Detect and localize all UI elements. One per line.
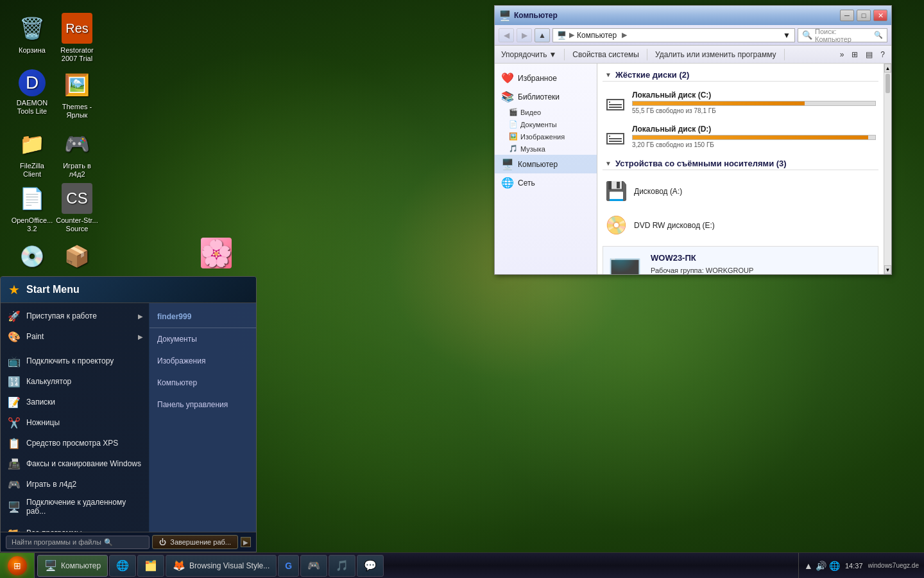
sidebar-images[interactable]: 🖼️ Изображения (495, 130, 597, 143)
address-dropdown-icon[interactable]: ▼ (783, 31, 791, 40)
sm-item-scissors[interactable]: ✂️ Ножницы (1, 412, 150, 433)
scrollbar[interactable]: ▲ ▼ (884, 64, 891, 274)
sidebar-documents[interactable]: 📄 Документы (495, 118, 597, 130)
sm-item-fax[interactable]: 📠 Факсы и сканирование Windows (1, 453, 150, 474)
search-icon: 🔍 (802, 30, 812, 40)
more-options-button[interactable]: » (837, 49, 847, 60)
toolbar-separator (564, 49, 565, 60)
desktop-icon-restorator[interactable]: Res Restorator2007 Trial (51, 13, 103, 63)
desktop-icon-openoffice[interactable]: 📄 OpenOffice...3.2 (6, 183, 58, 233)
shutdown-arrow-button[interactable]: ▶ (241, 537, 251, 547)
scroll-thumb[interactable] (886, 74, 890, 93)
desktop-icon-themes[interactable]: 🖼️ Themes -Ярлык (51, 69, 103, 119)
tray-icon-up[interactable]: ▲ (804, 561, 813, 571)
tray-volume-icon[interactable]: 🔊 (816, 561, 826, 571)
maximize-button[interactable]: □ (857, 10, 871, 21)
back-button[interactable]: ◀ (499, 28, 514, 42)
uninstall-button[interactable]: Удалить или изменить программу (653, 49, 779, 60)
drive-c-bar-bg (632, 101, 876, 106)
scroll-up-button[interactable]: ▲ (884, 64, 891, 73)
clock[interactable]: 14:37 (845, 562, 863, 570)
desktop-icon-unknown[interactable]: 📦 (51, 241, 103, 274)
taskbar-item-browser[interactable]: 🦊 Browsing Visual Style... (166, 555, 277, 577)
search-bar[interactable]: 🔍 Поиск: Компьютер 🔍 (798, 28, 887, 42)
sm-item-work[interactable]: 🚀 Приступая к работе ▶ (1, 306, 150, 326)
desktop-icon-game[interactable]: 🎮 Играть вл4д2 (51, 128, 103, 179)
taskbar-item-google[interactable]: G (278, 555, 299, 577)
sidebar-network[interactable]: 🌐 Сеть (495, 173, 597, 192)
search-placeholder: Поиск: Компьютер (815, 28, 871, 43)
desktop-icon-counterstrike[interactable]: CS Counter-Str...Source (51, 183, 103, 233)
desktop-icon-daemon[interactable]: D DAEMONTools Lite (6, 69, 58, 116)
removable-section: ▼ Устройства со съёмными носителями (3) (603, 157, 878, 170)
scroll-down-button[interactable]: ▼ (884, 265, 891, 274)
tray-network-icon[interactable]: 🌐 (829, 561, 840, 571)
start-menu-title: Start Menu (26, 284, 80, 295)
start-orb[interactable]: ⊞ (8, 556, 27, 575)
start-menu-header: ★ Start Menu (1, 277, 256, 303)
up-button[interactable]: ▲ (535, 28, 550, 42)
desktop-icon-flower[interactable]: 🌸 (191, 238, 242, 271)
desktop-icon-disc[interactable]: 💿 (6, 241, 58, 274)
taskbar-item-chat[interactable]: 💬 (357, 555, 384, 577)
file-explorer-content: ▼ Жёсткие диски (2) 🖴 Локальный диск (C:… (597, 64, 884, 274)
desktop-icon-filezilla[interactable]: 📁 FileZillaClient (6, 128, 58, 179)
sidebar-computer[interactable]: 🖥️ Компьютер (495, 155, 597, 173)
help-button[interactable]: ? (878, 49, 887, 60)
view-toggle-button[interactable]: ⊞ (849, 49, 860, 60)
sm-item-paint[interactable]: 🎨 Paint ▶ (1, 326, 150, 347)
xps-icon: 📋 (7, 436, 21, 450)
sm-right-documents[interactable]: Документы (150, 331, 256, 347)
work-icon: 🚀 (7, 309, 21, 323)
sidebar-libraries[interactable]: 📚 Библиотеки (495, 87, 597, 106)
start-button[interactable]: ⊞ (0, 553, 35, 579)
forward-button[interactable]: ▶ (517, 28, 532, 42)
submenu-arrow-2: ▶ (138, 333, 143, 340)
taskbar-item-media[interactable]: 🎵 (329, 555, 355, 577)
close-button[interactable]: ✕ (873, 10, 887, 21)
start-menu: ★ Start Menu 🚀 Приступая к работе ▶ 🎨 Pa… (0, 276, 257, 552)
drive-d-icon: 🖴 (605, 125, 626, 148)
search-box[interactable]: Найти программы и файлы 🔍 (6, 536, 150, 549)
taskbar-item-steam[interactable]: 🎮 (300, 555, 327, 577)
organize-button[interactable]: Упорядочить ▼ (499, 49, 559, 60)
drive-a-item[interactable]: 💾 Дисковод (A:) (603, 175, 878, 207)
shutdown-icon: ⏻ (159, 538, 166, 546)
taskbar-item-ie[interactable]: 🌐 (109, 555, 136, 577)
desktop-icon-trash[interactable]: 🗑️ Корзина (6, 13, 58, 55)
sm-right-controlpanel[interactable]: Панель управления (150, 396, 256, 413)
sidebar-favorites[interactable]: ❤️ Избранное (495, 69, 597, 87)
ie-icon: 🌐 (116, 559, 129, 572)
section-arrow: ▼ (605, 71, 612, 78)
drive-d-item[interactable]: 🖴 Локальный диск (D:) 3,20 ГБ свободно и… (603, 121, 878, 152)
sm-item-projector[interactable]: 📺 Подключить к проектору (1, 351, 150, 371)
start-menu-body: 🚀 Приступая к работе ▶ 🎨 Paint ▶ 📺 Подкл… (1, 303, 256, 532)
taskbar-brand-label: windows7uegz.de (868, 562, 920, 569)
drive-e-item[interactable]: 📀 DVD RW дисковод (E:) (603, 209, 878, 241)
taskbar-items: 🖥️ Компьютер 🌐 🗂️ 🦊 Browsing Visual Styl… (35, 553, 798, 578)
sm-item-remote[interactable]: 🖥️ Подключение к удаленному раб... (1, 495, 150, 519)
address-bar[interactable]: 🖥️ ▶ Компьютер ▶ ▼ (552, 28, 795, 42)
shutdown-button[interactable]: ⏻ Завершение раб... (152, 535, 238, 549)
taskbar-item-computer[interactable]: 🖥️ Компьютер (37, 555, 108, 577)
search-magnifier-icon[interactable]: 🔍 (874, 31, 883, 39)
chat-icon: 💬 (364, 559, 377, 572)
desktop: 🗑️ Корзина Res Restorator2007 Trial D DA… (0, 0, 924, 578)
sm-item-game2[interactable]: 🎮 Играть в л4д2 (1, 474, 150, 495)
minimize-button[interactable]: ─ (840, 10, 854, 21)
sidebar-video[interactable]: 🎬 Видео (495, 106, 597, 118)
sm-all-programs[interactable]: 📂 Все программы (1, 523, 150, 532)
taskbar-item-explorer[interactable]: 🗂️ (137, 555, 164, 577)
tray-icons: ▲ 🔊 🌐 (804, 561, 840, 571)
sm-item-xps[interactable]: 📋 Средство просмотра XPS (1, 433, 150, 453)
drive-c-item[interactable]: 🖴 Локальный диск (C:) 55,5 ГБ свободно и… (603, 87, 878, 118)
system-properties-button[interactable]: Свойства системы (570, 49, 642, 60)
sm-item-calc[interactable]: 🔢 Калькулятор (1, 371, 150, 392)
submenu-arrow: ▶ (138, 313, 143, 320)
start-menu-left: 🚀 Приступая к работе ▶ 🎨 Paint ▶ 📺 Подкл… (1, 303, 150, 532)
sm-right-images[interactable]: Изображения (150, 353, 256, 369)
sm-right-computer[interactable]: Компьютер (150, 374, 256, 391)
preview-button[interactable]: ▤ (863, 49, 875, 60)
sidebar-music[interactable]: 🎵 Музыка (495, 143, 597, 155)
sm-item-notes[interactable]: 📝 Записки (1, 392, 150, 412)
